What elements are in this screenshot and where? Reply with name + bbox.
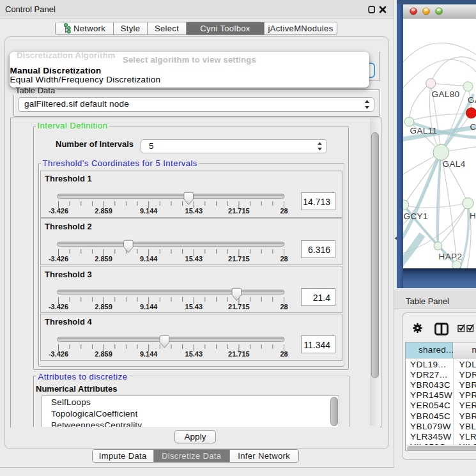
svg-text:-3.426: -3.426 (49, 303, 68, 311)
svg-text:GCY1: GCY1 (404, 211, 428, 221)
svg-text:-3.426: -3.426 (49, 255, 68, 263)
svg-text:15.43: 15.43 (185, 255, 203, 263)
svg-text:-3.426: -3.426 (49, 207, 68, 215)
svg-text:2.859: 2.859 (95, 255, 112, 263)
svg-text:GAL4: GAL4 (443, 159, 466, 169)
svg-text:-3.426: -3.426 (49, 350, 68, 358)
svg-text:9.144: 9.144 (140, 350, 158, 358)
svg-text:2.859: 2.859 (95, 303, 112, 311)
svg-text:28: 28 (280, 207, 288, 215)
svg-text:15.43: 15.43 (185, 350, 203, 358)
svg-text:H: H (470, 211, 476, 220)
svg-text:HAP2: HAP2 (439, 252, 463, 261)
svg-text:GA: GA (468, 95, 476, 104)
svg-text:9.144: 9.144 (140, 207, 158, 215)
svg-text:GAL11: GAL11 (410, 126, 438, 135)
svg-text:28: 28 (280, 303, 288, 311)
svg-text:9.144: 9.144 (140, 255, 158, 263)
svg-text:21.715: 21.715 (228, 255, 250, 263)
svg-text:28: 28 (280, 255, 288, 263)
svg-text:28: 28 (280, 350, 288, 358)
svg-text:2.859: 2.859 (95, 350, 112, 358)
svg-text:GAL80: GAL80 (432, 89, 460, 99)
svg-text:15.43: 15.43 (185, 303, 203, 311)
svg-text:2.859: 2.859 (95, 207, 112, 215)
svg-text:C: C (470, 122, 476, 132)
svg-text:21.715: 21.715 (228, 207, 250, 215)
svg-text:21.715: 21.715 (228, 303, 250, 311)
svg-text:15.43: 15.43 (185, 207, 203, 215)
svg-text:9.144: 9.144 (140, 303, 158, 311)
svg-text:21.715: 21.715 (228, 350, 250, 358)
